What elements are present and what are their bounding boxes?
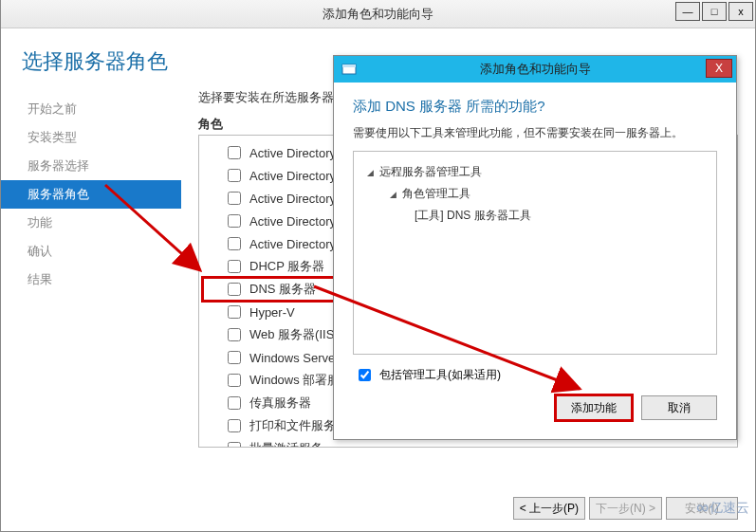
sidebar: 开始之前 安装类型 服务器选择 服务器角色 功能 确认 结果 xyxy=(1,85,181,484)
role-label: Active Directory xyxy=(249,214,336,229)
window-controls: — □ x xyxy=(675,0,755,21)
watermark: ∞ 亿速云 xyxy=(696,498,749,518)
window-title: 添加角色和功能向导 xyxy=(323,6,433,23)
include-tools-label: 包括管理工具(如果适用) xyxy=(379,367,501,383)
role-label: Active Directory xyxy=(249,146,336,160)
dialog-cancel-button[interactable]: 取消 xyxy=(641,395,717,420)
features-tree: 远程服务器管理工具 角色管理工具 [工具] DNS 服务器工具 xyxy=(353,151,717,355)
role-checkbox[interactable] xyxy=(228,396,241,410)
page-title: 选择服务器角色 xyxy=(22,47,168,76)
minimize-button[interactable]: — xyxy=(675,2,700,21)
sidebar-item-results[interactable]: 结果 xyxy=(1,266,181,294)
role-label: Windows Server xyxy=(249,351,340,365)
role-checkbox[interactable] xyxy=(228,328,241,341)
add-features-dialog: 添加角色和功能向导 X 添加 DNS 服务器 所需的功能? 需要使用以下工具来管… xyxy=(333,55,737,440)
role-label: DHCP 服务器 xyxy=(249,258,324,275)
dialog-title: 添加角色和功能向导 xyxy=(480,61,591,78)
role-checkbox[interactable] xyxy=(228,146,241,159)
dialog-note: 需要使用以下工具来管理此功能，但不需要安装在同一服务器上。 xyxy=(353,125,717,141)
watermark-icon: ∞ xyxy=(696,498,706,518)
dialog-titlebar: 添加角色和功能向导 X xyxy=(334,56,736,83)
close-button[interactable]: x xyxy=(728,2,753,21)
include-tools-checkbox-input[interactable] xyxy=(359,369,371,381)
include-tools-checkbox[interactable]: 包括管理工具(如果适用) xyxy=(355,366,717,384)
dialog-body: 添加 DNS 服务器 所需的功能? 需要使用以下工具来管理此功能，但不需要安装在… xyxy=(334,83,736,439)
role-label: 批量激活服务 xyxy=(249,440,323,448)
sidebar-item-server-select[interactable]: 服务器选择 xyxy=(1,152,181,180)
sidebar-item-server-roles[interactable]: 服务器角色 xyxy=(1,180,181,209)
role-label: Web 服务器(IIS) xyxy=(249,326,339,343)
role-checkbox[interactable] xyxy=(228,237,241,250)
role-checkbox[interactable] xyxy=(228,351,241,364)
role-label: 打印和文件服务 xyxy=(249,417,336,434)
svg-rect-1 xyxy=(342,64,356,67)
role-label: Active Directory xyxy=(249,192,336,206)
watermark-text: 亿速云 xyxy=(710,500,749,517)
role-label: Active Directory xyxy=(249,169,336,183)
role-checkbox[interactable] xyxy=(228,305,241,319)
next-button: 下一步(N) > xyxy=(589,497,662,520)
role-checkbox[interactable] xyxy=(228,283,241,296)
tree-node-role-tools: 角色管理工具 xyxy=(363,183,707,205)
tree-node-remote-admin: 远程服务器管理工具 xyxy=(363,161,707,183)
dialog-buttons: 添加功能 取消 xyxy=(353,392,717,431)
tree-node-dns-tools: [工具] DNS 服务器工具 xyxy=(363,205,707,227)
dialog-close-button[interactable]: X xyxy=(706,59,732,78)
role-checkbox[interactable] xyxy=(228,214,241,228)
add-features-button[interactable]: 添加功能 xyxy=(556,395,632,420)
role-checkbox[interactable] xyxy=(228,419,241,432)
maximize-button[interactable]: □ xyxy=(702,2,727,21)
sidebar-item-install-type[interactable]: 安装类型 xyxy=(1,123,181,152)
sidebar-item-confirm[interactable]: 确认 xyxy=(1,237,181,266)
role-label: 传真服务器 xyxy=(249,394,311,412)
role-label: Active Directory xyxy=(249,237,336,251)
dialog-question: 添加 DNS 服务器 所需的功能? xyxy=(353,98,717,116)
sidebar-item-features[interactable]: 功能 xyxy=(1,209,181,237)
role-checkbox[interactable] xyxy=(228,374,241,387)
role-checkbox[interactable] xyxy=(228,192,241,205)
role-label: Hyper-V xyxy=(249,305,295,320)
role-checkbox[interactable] xyxy=(228,169,241,182)
wizard-window: 添加角色和功能向导 — □ x 选择服务器角色 目标服务器 开始之前 安装类型 … xyxy=(0,0,756,532)
role-label: DNS 服务器 xyxy=(249,281,316,298)
wizard-icon xyxy=(340,60,359,79)
sidebar-item-before-begin[interactable]: 开始之前 xyxy=(1,95,181,123)
role-checkbox[interactable] xyxy=(228,442,241,448)
titlebar: 添加角色和功能向导 — □ x xyxy=(1,0,755,28)
role-checkbox[interactable] xyxy=(228,260,241,273)
prev-button[interactable]: < 上一步(P) xyxy=(513,497,585,520)
